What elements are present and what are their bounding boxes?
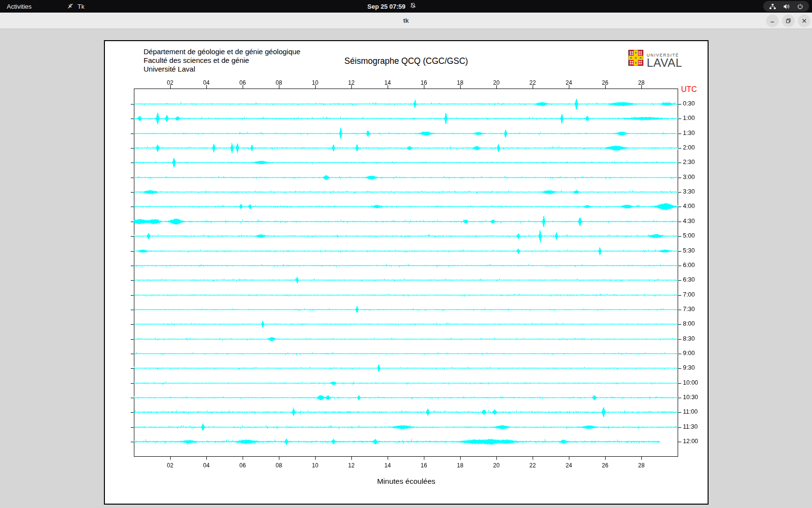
tk-icon (67, 2, 74, 11)
x-tick-top: 18 (453, 79, 467, 86)
x-tick-top: 26 (598, 79, 612, 86)
utc-axis-title: UTC (681, 85, 697, 94)
activities-label: Activities (7, 3, 31, 10)
x-tick-bottom: 26 (598, 462, 612, 469)
x-tick-top: 10 (308, 79, 322, 86)
window-title: tk (0, 13, 812, 29)
utc-trace-label: 11:30 (683, 423, 697, 430)
utc-trace-label: 11:00 (683, 408, 697, 415)
x-tick-top: 24 (562, 79, 576, 86)
utc-trace-label: 10:30 (683, 394, 698, 401)
x-tick-top: 02 (163, 79, 177, 86)
window-content: Département de géologie et de génie géol… (0, 30, 812, 508)
x-tick-top: 08 (272, 79, 286, 86)
utc-trace-label: 2:00 (683, 144, 695, 151)
x-tick-top: 28 (634, 79, 649, 86)
utc-trace-label: 0:30 (683, 100, 695, 107)
utc-trace-label: 8:00 (683, 320, 695, 327)
seismogram-canvas (105, 41, 708, 504)
utc-trace-label: 9:30 (683, 364, 695, 371)
system-tray[interactable] (763, 1, 809, 12)
clock-button[interactable]: Sep 25 07:59 (367, 0, 416, 13)
network-wired-icon (769, 3, 776, 10)
x-axis-title: Minutes écoulées (105, 477, 708, 486)
utc-trace-label: 7:00 (683, 291, 695, 298)
utc-trace-label: 3:30 (683, 188, 695, 195)
utc-trace-label: 5:30 (683, 247, 695, 254)
minimize-button[interactable] (766, 15, 779, 27)
utc-trace-label: 8:30 (683, 335, 695, 342)
app-menu[interactable]: Tk (60, 0, 91, 13)
x-tick-top: 06 (235, 79, 250, 86)
x-tick-bottom: 02 (163, 462, 177, 469)
x-tick-top: 22 (525, 79, 540, 86)
x-tick-top: 16 (417, 79, 431, 86)
x-tick-bottom: 24 (562, 462, 576, 469)
notifications-disabled-icon (410, 2, 416, 10)
x-tick-bottom: 06 (235, 462, 250, 469)
utc-trace-label: 3:00 (683, 174, 695, 180)
app-menu-label: Tk (77, 3, 84, 10)
volume-icon (783, 3, 790, 10)
window-titlebar: tk (0, 13, 812, 29)
x-tick-bottom: 12 (344, 462, 359, 469)
x-tick-bottom: 18 (453, 462, 467, 469)
utc-trace-label: 6:30 (683, 276, 695, 283)
seismograph-figure: Département de géologie et de génie géol… (104, 40, 709, 505)
x-tick-top: 04 (199, 79, 214, 86)
activities-button[interactable]: Activities (0, 0, 38, 13)
maximize-button[interactable] (782, 15, 795, 27)
x-tick-bottom: 28 (634, 462, 649, 469)
utc-trace-label: 4:00 (683, 203, 695, 209)
utc-trace-label: 1:30 (683, 130, 695, 136)
utc-trace-label: 5:00 (683, 232, 695, 239)
x-tick-bottom: 22 (525, 462, 540, 469)
gnome-top-bar: Activities Tk Sep 25 07:59 (0, 0, 812, 13)
power-icon (797, 3, 803, 10)
x-tick-bottom: 04 (199, 462, 214, 469)
x-tick-top: 14 (380, 79, 395, 86)
utc-trace-label: 12:00 (683, 438, 698, 445)
x-tick-top: 20 (489, 79, 504, 86)
x-tick-bottom: 20 (489, 462, 504, 469)
utc-trace-label: 2:30 (683, 159, 695, 165)
utc-trace-label: 4:30 (683, 218, 695, 224)
x-tick-bottom: 10 (308, 462, 322, 469)
utc-trace-label: 10:00 (683, 379, 698, 386)
utc-trace-label: 1:00 (683, 115, 695, 121)
utc-trace-label: 7:30 (683, 306, 695, 313)
close-button[interactable] (798, 15, 811, 27)
utc-trace-label: 6:00 (683, 262, 695, 269)
x-tick-bottom: 08 (272, 462, 286, 469)
utc-trace-label: 9:00 (683, 350, 695, 357)
clock-text: Sep 25 07:59 (367, 3, 406, 10)
x-tick-bottom: 16 (417, 462, 431, 469)
x-tick-top: 12 (344, 79, 359, 86)
x-tick-bottom: 14 (380, 462, 395, 469)
